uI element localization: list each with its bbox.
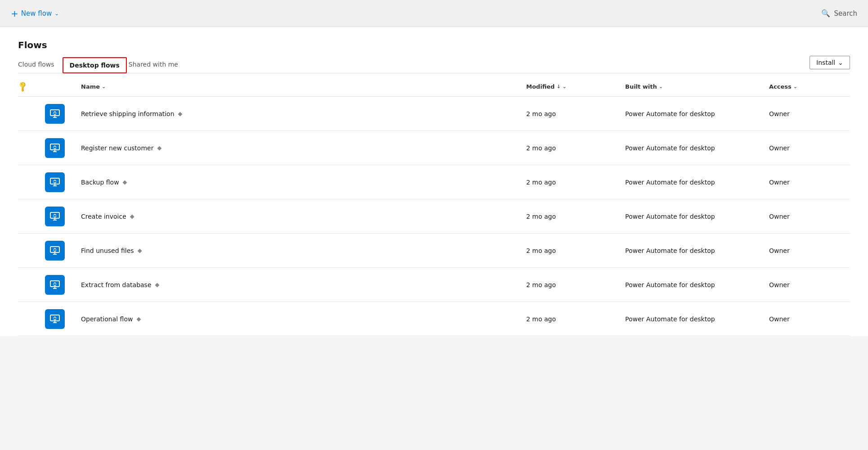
- table-row[interactable]: Backup flow ◆ 2 mo agoPower Automate for…: [18, 165, 850, 199]
- flow-name: Operational flow: [81, 315, 133, 323]
- desktop-flow-icon: [49, 143, 60, 153]
- row-access-cell: Owner: [769, 165, 850, 199]
- premium-icon: ◆: [155, 281, 160, 288]
- row-modified-cell: 2 mo ago: [526, 165, 625, 199]
- row-modified-cell: 2 mo ago: [526, 268, 625, 302]
- row-modified-cell: 2 mo ago: [526, 302, 625, 336]
- premium-icon: ◆: [130, 213, 134, 220]
- row-builtwith-cell: Power Automate for desktop: [625, 165, 769, 199]
- col-header-builtwith[interactable]: Built with ⌄: [625, 77, 769, 97]
- install-button[interactable]: Install ⌄: [810, 56, 850, 69]
- desktop-flow-icon: [49, 314, 60, 324]
- tab-shared-with-me[interactable]: Shared with me: [127, 56, 186, 73]
- tab-desktop-flows[interactable]: Desktop flows: [63, 57, 127, 73]
- row-key-cell: [18, 268, 45, 302]
- search-button[interactable]: 🔍 Search: [821, 9, 857, 18]
- row-key-cell: [18, 302, 45, 336]
- table-row[interactable]: Find unused files ◆ 2 mo agoPower Automa…: [18, 234, 850, 268]
- row-builtwith-cell: Power Automate for desktop: [625, 199, 769, 234]
- install-label: Install: [816, 59, 835, 66]
- flow-name: Register new customer: [81, 144, 153, 152]
- flow-icon-box: [45, 207, 65, 226]
- row-builtwith-cell: Power Automate for desktop: [625, 97, 769, 131]
- tabs-left: Cloud flows Desktop flows Shared with me: [18, 56, 186, 73]
- row-name-cell: Retrieve shipping information ◆: [81, 97, 526, 131]
- flow-icon-box: [45, 275, 65, 295]
- desktop-flow-icon: [49, 108, 60, 119]
- row-builtwith-cell: Power Automate for desktop: [625, 268, 769, 302]
- row-modified-cell: 2 mo ago: [526, 199, 625, 234]
- new-flow-label: New flow: [21, 9, 52, 18]
- row-icon-cell: [45, 234, 81, 268]
- desktop-flow-icon: [49, 279, 60, 290]
- flow-name: Backup flow: [81, 179, 119, 186]
- builtwith-chevron-icon: ⌄: [659, 84, 663, 90]
- table-row[interactable]: Extract from database ◆ 2 mo agoPower Au…: [18, 268, 850, 302]
- row-access-cell: Owner: [769, 234, 850, 268]
- col-header-name[interactable]: Name ⌄: [81, 77, 526, 97]
- row-access-cell: Owner: [769, 97, 850, 131]
- desktop-flow-icon: [49, 177, 60, 188]
- row-builtwith-cell: Power Automate for desktop: [625, 131, 769, 165]
- row-key-cell: [18, 165, 45, 199]
- col-header-icon: [45, 77, 81, 97]
- table-row[interactable]: Create invoice ◆ 2 mo agoPower Automate …: [18, 199, 850, 234]
- row-key-cell: [18, 97, 45, 131]
- row-builtwith-cell: Power Automate for desktop: [625, 302, 769, 336]
- flow-name: Find unused files: [81, 247, 134, 254]
- desktop-flow-icon: [49, 211, 60, 222]
- row-name-cell: Find unused files ◆: [81, 234, 526, 268]
- main-content: Flows Cloud flows Desktop flows Shared w…: [0, 27, 868, 336]
- row-modified-cell: 2 mo ago: [526, 234, 625, 268]
- table-row[interactable]: Retrieve shipping information ◆ 2 mo ago…: [18, 97, 850, 131]
- table-row[interactable]: Register new customer ◆ 2 mo agoPower Au…: [18, 131, 850, 165]
- flow-name: Create invoice: [81, 213, 126, 220]
- row-key-cell: [18, 234, 45, 268]
- row-builtwith-cell: Power Automate for desktop: [625, 234, 769, 268]
- row-modified-cell: 2 mo ago: [526, 131, 625, 165]
- flows-table: 🔑 Name ⌄ Modified ↓ ⌄: [18, 77, 850, 336]
- search-label: Search: [834, 9, 857, 18]
- access-chevron-icon: ⌄: [793, 84, 797, 90]
- flow-name: Retrieve shipping information: [81, 110, 174, 117]
- table-row[interactable]: Operational flow ◆ 2 mo agoPower Automat…: [18, 302, 850, 336]
- row-access-cell: Owner: [769, 199, 850, 234]
- topbar: + New flow ⌄ 🔍 Search: [0, 0, 868, 27]
- col-header-access[interactable]: Access ⌄: [769, 77, 850, 97]
- row-key-cell: [18, 199, 45, 234]
- premium-icon: ◆: [123, 179, 127, 185]
- premium-icon: ◆: [157, 144, 161, 151]
- row-name-cell: Create invoice ◆: [81, 199, 526, 234]
- row-name-cell: Backup flow ◆: [81, 165, 526, 199]
- row-icon-cell: [45, 165, 81, 199]
- page-title: Flows: [18, 27, 850, 50]
- key-icon: 🔑: [16, 81, 29, 93]
- row-access-cell: Owner: [769, 131, 850, 165]
- row-name-cell: Register new customer ◆: [81, 131, 526, 165]
- col-header-modified[interactable]: Modified ↓ ⌄: [526, 77, 625, 97]
- flow-icon-box: [45, 309, 65, 329]
- flow-icon-box: [45, 138, 65, 158]
- row-icon-cell: [45, 199, 81, 234]
- flow-icon-box: [45, 241, 65, 261]
- row-access-cell: Owner: [769, 268, 850, 302]
- row-modified-cell: 2 mo ago: [526, 97, 625, 131]
- flow-icon-box: [45, 172, 65, 192]
- table-header-row: 🔑 Name ⌄ Modified ↓ ⌄: [18, 77, 850, 97]
- row-icon-cell: [45, 302, 81, 336]
- premium-icon: ◆: [138, 247, 142, 254]
- row-icon-cell: [45, 268, 81, 302]
- flow-name: Extract from database: [81, 281, 152, 288]
- row-key-cell: [18, 131, 45, 165]
- plus-icon: +: [11, 8, 18, 19]
- name-sort-icon: ⌄: [102, 84, 106, 90]
- flow-icon-box: [45, 104, 65, 124]
- tabs-row: Cloud flows Desktop flows Shared with me…: [18, 56, 850, 73]
- row-name-cell: Extract from database ◆: [81, 268, 526, 302]
- chevron-down-icon: ⌄: [54, 10, 59, 17]
- row-name-cell: Operational flow ◆: [81, 302, 526, 336]
- new-flow-button[interactable]: + New flow ⌄: [11, 8, 59, 19]
- modified-chevron-icon: ⌄: [563, 84, 567, 90]
- tab-cloud-flows[interactable]: Cloud flows: [18, 56, 63, 73]
- row-access-cell: Owner: [769, 302, 850, 336]
